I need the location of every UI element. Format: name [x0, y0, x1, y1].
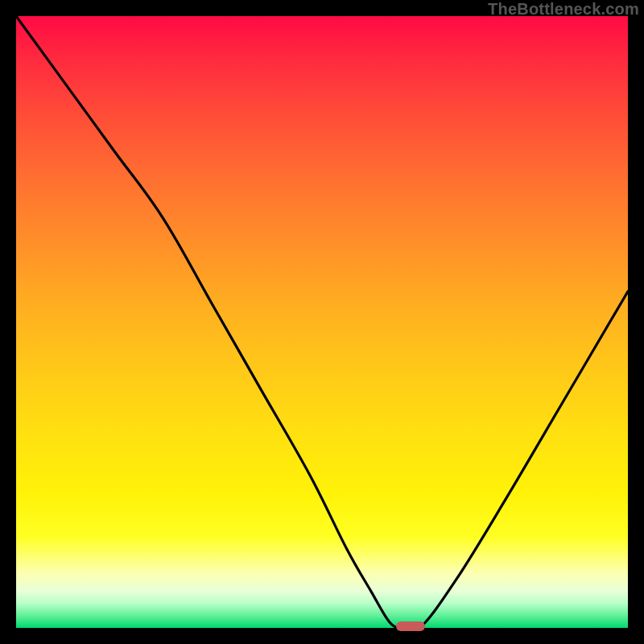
- optimum-marker: [396, 621, 425, 632]
- plot-area: [16, 16, 628, 628]
- watermark-text: TheBottleneck.com: [488, 0, 639, 19]
- chart-frame: TheBottleneck.com: [0, 0, 644, 644]
- bottleneck-curve: [16, 16, 628, 628]
